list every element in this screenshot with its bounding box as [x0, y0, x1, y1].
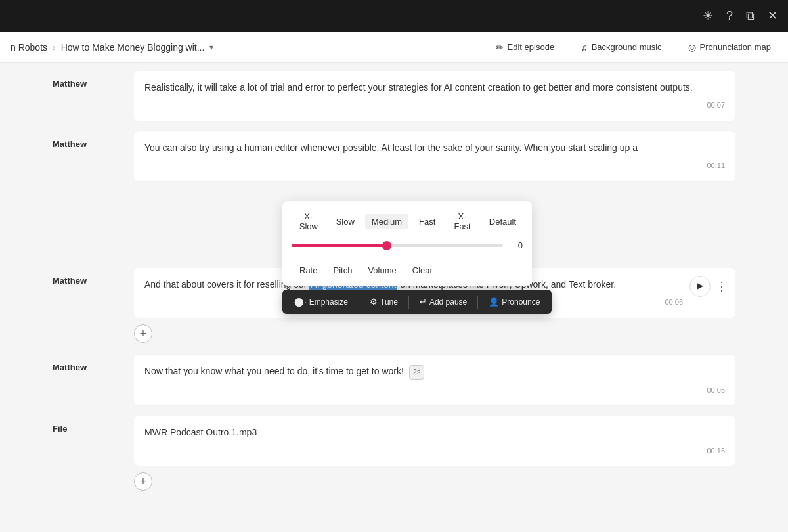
speed-popup: X-Slow Slow Medium Fast X-Fast Default 0… [282, 201, 552, 314]
speed-xslow-button[interactable]: X-Slow [292, 209, 326, 234]
speaker-name: Matthew [53, 131, 118, 149]
speed-default-button[interactable]: Default [483, 214, 523, 229]
timestamp: 00:11 [144, 160, 725, 172]
script-block[interactable]: You can also try using a human editor wh… [134, 131, 735, 181]
edit-episode-label: Edit episode [508, 42, 555, 52]
tune-button[interactable]: ⚙ Tune [363, 294, 405, 310]
breadcrumb-root[interactable]: n Robots [11, 42, 47, 53]
speaker-name: Matthew [53, 268, 118, 286]
breadcrumb-separator: › [53, 42, 56, 53]
toolbar-separator [359, 296, 359, 309]
music-icon: ♬ [580, 42, 588, 53]
play-button[interactable]: ▶ [690, 276, 711, 297]
add-block-button-bottom[interactable]: + [134, 472, 152, 491]
pause-icon: ↵ [420, 297, 427, 307]
timestamp: 00:16 [144, 445, 725, 457]
slider-thumb[interactable] [382, 241, 391, 250]
tab-clear[interactable]: Clear [405, 263, 441, 278]
block-actions: ▶ ⋮ [690, 276, 728, 297]
background-music-button[interactable]: ♬ Background music [574, 38, 668, 56]
speaker-name: Matthew [53, 355, 118, 372]
external-link-icon[interactable]: ⧉ [746, 9, 755, 23]
tune-icon: ⚙ [370, 297, 378, 307]
script-block[interactable]: MWR Podcast Outro 1.mp3 00:16 [134, 416, 735, 466]
script-row: File MWR Podcast Outro 1.mp3 00:16 [53, 408, 735, 466]
script-row: Matthew You can also try using a human e… [53, 123, 735, 181]
speed-options: X-Slow Slow Medium Fast X-Fast Default [292, 209, 523, 234]
background-music-label: Background music [592, 42, 662, 52]
chevron-down-icon[interactable]: ▾ [209, 43, 213, 52]
nav-bar: n Robots › How to Make Money Blogging wi… [0, 32, 788, 63]
speed-fast-button[interactable]: Fast [412, 214, 442, 229]
speed-xfast-button[interactable]: X-Fast [446, 209, 478, 234]
timestamp: 00:05 [144, 385, 725, 397]
add-row: + [53, 321, 735, 347]
emphasize-button[interactable]: ⬤· Emphasize [288, 294, 355, 310]
script-row: Matthew Now that you know what you need … [53, 347, 735, 405]
slider-row: 0 [292, 240, 523, 250]
script-text: Realistically, it will take a lot of tri… [144, 80, 725, 95]
close-icon[interactable]: ✕ [768, 9, 777, 23]
timestamp: 00:07 [144, 100, 725, 112]
edit-icon: ✏ [496, 42, 504, 53]
pronounce-label: Pronounce [502, 298, 540, 307]
main-content: Matthew Realistically, it will take a lo… [0, 63, 788, 532]
breadcrumb: n Robots › How to Make Money Blogging wi… [11, 42, 213, 53]
nav-actions: ✏ Edit episode ♬ Background music ◎ Pron… [489, 38, 777, 56]
speed-slow-button[interactable]: Slow [330, 214, 361, 229]
toolbar-popup: ⬤· Emphasize ⚙ Tune ↵ Add pause 👤 Pronou… [282, 290, 552, 314]
pronounce-icon: 👤 [489, 297, 499, 307]
tab-row: Rate Pitch Volume Clear [292, 257, 523, 278]
speed-medium-button[interactable]: Medium [365, 214, 408, 229]
script-block[interactable]: Realistically, it will take a lot of tri… [134, 71, 735, 121]
file-name: MWR Podcast Outro 1.mp3 [144, 427, 257, 437]
tab-volume[interactable]: Volume [360, 263, 404, 278]
add-pause-button[interactable]: ↵ Add pause [413, 294, 473, 310]
pronunciation-map-button[interactable]: ◎ Pronunciation map [682, 38, 777, 56]
speed-popup-panel: X-Slow Slow Medium Fast X-Fast Default 0… [282, 201, 532, 286]
add-block-button[interactable]: + [134, 324, 152, 343]
pronunciation-icon: ◎ [688, 42, 696, 53]
add-row-bottom: + [53, 468, 735, 495]
script-row: Matthew Realistically, it will take a lo… [53, 63, 735, 121]
help-icon[interactable]: ? [726, 9, 733, 23]
toolbar-separator [408, 296, 409, 309]
edit-episode-button[interactable]: ✏ Edit episode [489, 38, 561, 56]
tune-label: Tune [380, 298, 398, 307]
top-bar: ☀ ? ⧉ ✕ [0, 0, 788, 32]
add-pause-label: Add pause [429, 298, 467, 307]
emphasize-label: Emphasize [309, 298, 348, 307]
emphasize-icon: ⬤· [294, 297, 307, 307]
toolbar-separator [477, 296, 478, 309]
more-options-button[interactable]: ⋮ [716, 280, 728, 292]
tab-pitch[interactable]: Pitch [325, 263, 360, 278]
script-block[interactable]: Now that you know what you need to do, i… [134, 355, 735, 405]
script-text: You can also try using a human editor wh… [144, 141, 725, 155]
speaker-name: File [53, 416, 118, 433]
pause-badge: 2s [409, 365, 425, 380]
pronunciation-map-label: Pronunciation map [700, 42, 771, 52]
sun-icon[interactable]: ☀ [703, 9, 713, 23]
slider-fill [292, 244, 387, 247]
speaker-name: Matthew [53, 71, 118, 89]
tab-rate[interactable]: Rate [292, 263, 325, 278]
pronounce-button[interactable]: 👤 Pronounce [482, 294, 546, 310]
slider-track[interactable] [292, 244, 503, 247]
slider-value: 0 [510, 240, 523, 250]
breadcrumb-page[interactable]: How to Make Money Blogging wit... [61, 42, 205, 53]
script-text: Now that you know what you need to do, i… [144, 366, 404, 376]
